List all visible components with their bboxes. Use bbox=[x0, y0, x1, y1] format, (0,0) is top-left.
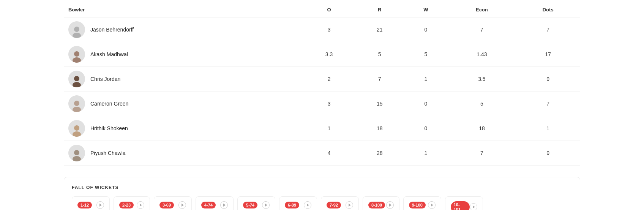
play-icon[interactable] bbox=[346, 201, 353, 209]
svg-point-3 bbox=[73, 57, 81, 63]
bowler-wickets: 0 bbox=[404, 92, 448, 116]
fow-badge: 9-100 bbox=[409, 202, 426, 208]
fow-card-header: 9-100 bbox=[409, 201, 436, 209]
bowler-econ: 7 bbox=[448, 141, 516, 166]
table-row: Chris Jordan 2 7 1 3.5 9 bbox=[64, 67, 580, 92]
play-icon[interactable] bbox=[220, 201, 228, 209]
svg-point-10 bbox=[74, 150, 79, 155]
fow-badge: 8-100 bbox=[368, 202, 385, 208]
fow-card-header: 8-100 bbox=[368, 201, 394, 209]
play-icon[interactable] bbox=[262, 201, 270, 209]
fow-card-header: 10-101 bbox=[451, 201, 477, 210]
bowler-runs: 5 bbox=[355, 42, 404, 67]
bowler-econ: 7 bbox=[448, 17, 516, 42]
fow-card-header: 1-12 bbox=[77, 201, 104, 209]
col-w: W bbox=[404, 4, 448, 17]
play-icon[interactable] bbox=[304, 201, 311, 209]
fow-badge: 4-74 bbox=[201, 202, 216, 208]
fow-card-header: 6-89 bbox=[285, 201, 311, 209]
fow-card: 1-12 Prerak Mankad Over 1.5 bbox=[72, 196, 110, 210]
bowler-overs: 3 bbox=[303, 92, 355, 116]
svg-point-4 bbox=[74, 76, 79, 81]
bowler-dots: 9 bbox=[516, 141, 580, 166]
bowler-runs: 21 bbox=[355, 17, 404, 42]
fow-card: 3-69 Krunal Pandya Over 8.2 bbox=[154, 196, 192, 210]
fow-card-header: 3-69 bbox=[159, 201, 186, 209]
bowler-wickets: 0 bbox=[404, 17, 448, 42]
col-econ: Econ bbox=[448, 4, 516, 17]
svg-point-11 bbox=[73, 156, 81, 161]
svg-point-8 bbox=[74, 125, 79, 131]
fow-card: 6-89 Marcus Stoinis Over 11.5 bbox=[279, 196, 317, 210]
bowler-overs: 3 bbox=[303, 17, 355, 42]
fow-card-header: 5-74 bbox=[243, 201, 270, 209]
fall-of-wickets-section: FALL OF WICKETS 1-12 Prerak Mankad Over … bbox=[64, 177, 580, 210]
bowler-wickets: 5 bbox=[404, 42, 448, 67]
bowler-econ: 18 bbox=[448, 116, 516, 141]
col-dots: Dots bbox=[516, 4, 580, 17]
fow-title: FALL OF WICKETS bbox=[72, 185, 572, 190]
bowler-econ: 5 bbox=[448, 92, 516, 116]
table-row: Cameron Green 3 15 0 5 7 bbox=[64, 92, 580, 116]
col-o: O bbox=[303, 4, 355, 17]
bowler-dots: 7 bbox=[516, 17, 580, 42]
fow-badge: 10-101 bbox=[451, 201, 470, 210]
fow-card: 5-74 Nicholas Pooran Over 9.5 bbox=[237, 196, 275, 210]
fow-card-header: 4-74 bbox=[201, 201, 228, 209]
fow-badge: 3-69 bbox=[159, 202, 174, 208]
avatar bbox=[68, 71, 85, 87]
bowler-overs: 2 bbox=[303, 67, 355, 92]
fow-badge: 6-89 bbox=[285, 202, 299, 208]
svg-point-2 bbox=[74, 51, 79, 57]
fow-cards-container: 1-12 Prerak Mankad Over 1.5 2-23 Kyle Ma… bbox=[72, 196, 572, 210]
fow-badge: 1-12 bbox=[77, 202, 92, 208]
table-row: Jason Behrendorff 3 21 0 7 7 bbox=[64, 17, 580, 42]
col-bowler: Bowler bbox=[64, 4, 303, 17]
fow-card: 4-74 Ayush Badoni Over 9.4 bbox=[196, 196, 234, 210]
svg-point-5 bbox=[73, 82, 81, 87]
svg-point-9 bbox=[73, 131, 81, 137]
bowler-wickets: 1 bbox=[404, 67, 448, 92]
bowler-overs: 4 bbox=[303, 141, 355, 166]
bowler-name: Akash Madhwal bbox=[90, 51, 128, 57]
table-row: Piyush Chawla 4 28 1 7 9 bbox=[64, 141, 580, 166]
play-icon[interactable] bbox=[470, 203, 477, 210]
avatar bbox=[68, 95, 85, 112]
bowler-overs: 3.3 bbox=[303, 42, 355, 67]
svg-point-1 bbox=[73, 33, 81, 38]
bowler-wickets: 0 bbox=[404, 116, 448, 141]
svg-point-6 bbox=[74, 101, 79, 106]
play-icon[interactable] bbox=[137, 201, 144, 209]
bowler-name: Jason Behrendorff bbox=[90, 27, 134, 33]
bowler-dots: 7 bbox=[516, 92, 580, 116]
bowler-name: Chris Jordan bbox=[90, 76, 120, 82]
fow-card: 7-92 Krishnappa Gowtham Over 12.3 bbox=[321, 196, 359, 210]
svg-point-7 bbox=[73, 107, 81, 112]
bowler-runs: 7 bbox=[355, 67, 404, 92]
bowler-name: Cameron Green bbox=[90, 101, 128, 107]
fow-card: 9-100 Deepak Hooda Over 14.5 bbox=[403, 196, 441, 210]
fow-badge: 5-74 bbox=[243, 202, 257, 208]
play-icon[interactable] bbox=[178, 201, 186, 209]
svg-point-0 bbox=[74, 27, 79, 32]
table-row: Hrithik Shokeen 1 18 0 18 1 bbox=[64, 116, 580, 141]
bowler-runs: 15 bbox=[355, 92, 404, 116]
bowler-overs: 1 bbox=[303, 116, 355, 141]
fow-badge: 2-23 bbox=[119, 202, 134, 208]
col-r: R bbox=[355, 4, 404, 17]
bowler-wickets: 1 bbox=[404, 141, 448, 166]
bowler-name: Hrithik Shokeen bbox=[90, 125, 128, 131]
play-icon[interactable] bbox=[386, 201, 394, 209]
fow-badge: 7-92 bbox=[327, 202, 341, 208]
fow-card: 2-23 Kyle Mayers Over 3.2 bbox=[114, 196, 150, 210]
fow-card: 8-100 Ravi Bishnoi Over 14.3 bbox=[363, 196, 399, 210]
avatar bbox=[68, 120, 85, 137]
bowler-name: Piyush Chawla bbox=[90, 150, 126, 156]
table-row: Akash Madhwal 3.3 5 5 1.43 17 bbox=[64, 42, 580, 67]
play-icon[interactable] bbox=[428, 201, 436, 209]
bowler-dots: 17 bbox=[516, 42, 580, 67]
bowler-dots: 9 bbox=[516, 67, 580, 92]
play-icon[interactable] bbox=[96, 201, 104, 209]
fow-card: 10-101 Mohsin Khan Over 16.3 bbox=[445, 196, 483, 210]
avatar bbox=[68, 145, 85, 161]
